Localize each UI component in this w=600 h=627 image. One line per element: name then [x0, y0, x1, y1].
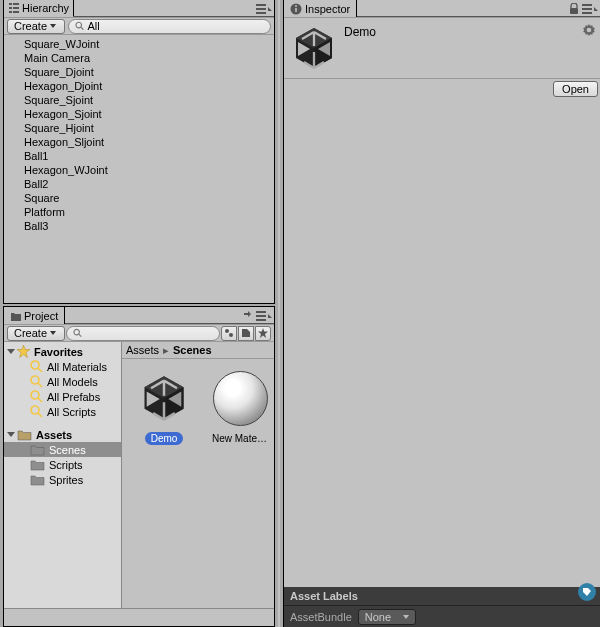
favorites-item[interactable]: All Prefabs — [4, 389, 121, 404]
hierarchy-search-input[interactable] — [87, 20, 264, 32]
favorites-item-label: All Scripts — [47, 406, 96, 418]
hierarchy-item[interactable]: Hexagon_WJoint — [4, 163, 274, 177]
svg-rect-7 — [256, 8, 266, 10]
save-search-button[interactable] — [255, 326, 271, 341]
inspector-open-row: Open — [284, 79, 600, 101]
inspector-asset-name: Demo — [344, 25, 376, 39]
info-icon — [290, 3, 302, 15]
folder-item[interactable]: Scenes — [4, 442, 121, 457]
svg-rect-1 — [9, 7, 12, 9]
filter-by-label-button[interactable] — [238, 326, 254, 341]
open-asset-button[interactable]: Open — [553, 81, 598, 97]
asset-bundle-row: AssetBundle None — [284, 605, 600, 627]
hierarchy-item[interactable]: Ball1 — [4, 149, 274, 163]
hierarchy-item[interactable]: Square — [4, 191, 274, 205]
hierarchy-item[interactable]: Square_WJoint — [4, 37, 274, 51]
project-search[interactable] — [66, 326, 220, 341]
left-column: Hierarchy Create Square_WJointMain Camer… — [0, 0, 278, 627]
project-panel-menu[interactable] — [242, 307, 272, 324]
breadcrumb-item[interactable]: Scenes — [173, 344, 212, 356]
hierarchy-item[interactable]: Hexagon_Djoint — [4, 79, 274, 93]
svg-line-23 — [38, 398, 42, 402]
favorites-item-label: All Materials — [47, 361, 107, 373]
folder-item[interactable]: Sprites — [4, 472, 121, 487]
right-column: Inspector Demo — [280, 0, 600, 627]
inspector-body: Demo Open Asset Labels AssetBundle None — [284, 17, 600, 627]
hierarchy-item[interactable]: Hexagon_Sjoint — [4, 107, 274, 121]
svg-point-20 — [31, 376, 39, 384]
project-tab-label: Project — [24, 310, 58, 322]
saved-search-icon — [30, 360, 43, 373]
lock-icon[interactable] — [569, 3, 579, 15]
inspector-title-row: Demo — [344, 24, 596, 40]
add-asset-label-button[interactable] — [578, 583, 596, 601]
hierarchy-search[interactable] — [68, 19, 271, 34]
hierarchy-item[interactable]: Hexagon_Sljoint — [4, 135, 274, 149]
svg-point-33 — [587, 28, 592, 33]
dropdown-arrow-icon — [403, 615, 409, 619]
project-create-button[interactable]: Create — [7, 326, 65, 341]
svg-rect-29 — [570, 8, 578, 14]
asset-item[interactable]: New Materi... — [206, 367, 274, 445]
assets-header[interactable]: Assets — [4, 427, 121, 442]
folder-item[interactable]: Scripts — [4, 457, 121, 472]
svg-line-15 — [79, 334, 81, 336]
svg-point-16 — [225, 329, 229, 333]
folder-item-label: Scenes — [49, 444, 86, 456]
panel-menu-icon[interactable] — [582, 3, 598, 15]
hierarchy-item[interactable]: Main Camera — [4, 51, 274, 65]
asset-name-label: Demo — [145, 432, 184, 445]
hierarchy-item[interactable]: Square_Hjoint — [4, 121, 274, 135]
filter-by-type-button[interactable] — [221, 326, 237, 341]
unity-scene-icon — [135, 372, 193, 424]
hierarchy-item[interactable]: Square_Djoint — [4, 65, 274, 79]
asset-bundle-dropdown[interactable]: None — [358, 609, 416, 625]
svg-point-18 — [31, 361, 39, 369]
saved-search-icon — [30, 390, 43, 403]
create-button-label: Create — [14, 327, 47, 339]
folder-icon — [30, 473, 45, 486]
folder-icon — [17, 428, 32, 441]
hierarchy-panel: Hierarchy Create Square_WJointMain Camer… — [3, 0, 275, 304]
folder-item-label: Scripts — [49, 459, 83, 471]
project-icon — [10, 310, 22, 322]
svg-rect-8 — [256, 12, 266, 14]
dropdown-arrow-icon — [50, 24, 56, 28]
svg-rect-32 — [582, 12, 592, 14]
hierarchy-item[interactable]: Ball3 — [4, 219, 274, 233]
create-button-label: Create — [14, 20, 47, 32]
asset-thumbnail — [209, 367, 271, 429]
breadcrumb-item[interactable]: Assets — [126, 344, 159, 356]
hierarchy-icon — [8, 2, 20, 14]
dropdown-arrow-icon — [50, 331, 56, 335]
hierarchy-item[interactable]: Platform — [4, 205, 274, 219]
hierarchy-tab[interactable]: Hierarchy — [4, 0, 74, 17]
hierarchy-item[interactable]: Square_Sjoint — [4, 93, 274, 107]
svg-point-24 — [31, 406, 39, 414]
favorites-item[interactable]: All Scripts — [4, 404, 121, 419]
hierarchy-toolbar: Create — [4, 17, 274, 35]
favorites-item[interactable]: All Models — [4, 374, 121, 389]
svg-rect-31 — [582, 8, 592, 10]
inspector-panel-icons — [569, 0, 598, 17]
favorites-item[interactable]: All Materials — [4, 359, 121, 374]
svg-line-10 — [81, 27, 84, 30]
svg-line-25 — [38, 413, 42, 417]
favorites-header[interactable]: Favorites — [4, 344, 121, 359]
svg-rect-12 — [256, 315, 266, 317]
component-settings-button[interactable] — [582, 24, 596, 40]
hierarchy-list: Square_WJointMain CameraSquare_DjointHex… — [4, 35, 274, 303]
inspector-tab-label: Inspector — [305, 3, 350, 15]
hierarchy-panel-menu[interactable] — [256, 0, 272, 17]
favorites-item-label: All Prefabs — [47, 391, 100, 403]
project-tab[interactable]: Project — [4, 307, 65, 324]
hierarchy-tab-label: Hierarchy — [22, 2, 69, 14]
assets-label: Assets — [36, 429, 72, 441]
favorites-label: Favorites — [34, 346, 83, 358]
project-search-input[interactable] — [85, 327, 213, 339]
inspector-tab[interactable]: Inspector — [284, 0, 357, 17]
hierarchy-create-button[interactable]: Create — [7, 19, 65, 34]
hierarchy-item[interactable]: Ball2 — [4, 177, 274, 191]
saved-search-icon — [30, 405, 43, 418]
asset-item[interactable]: Demo — [130, 367, 198, 445]
